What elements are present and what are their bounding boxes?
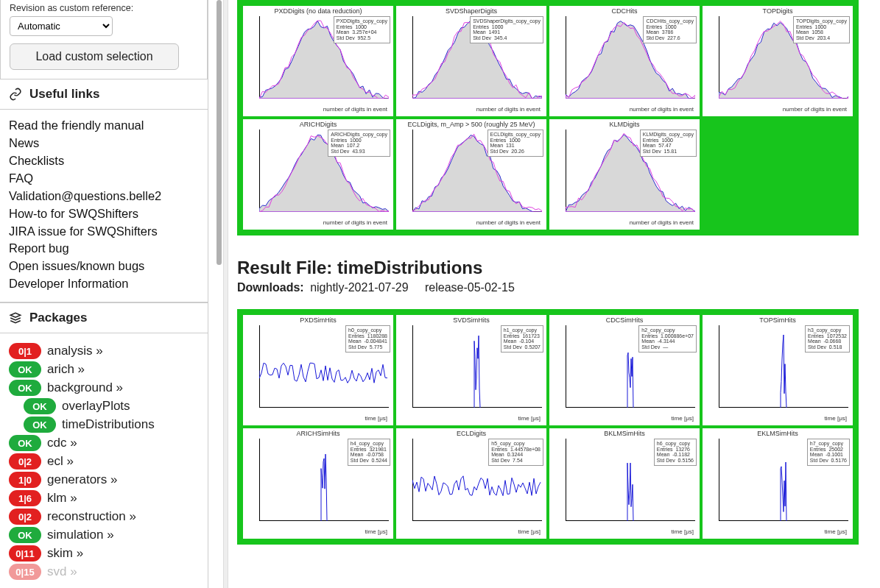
stat-box: h1_copy_copyEntries 161723Mean -0.104Std…: [501, 325, 543, 353]
package-row[interactable]: OKarich »: [9, 361, 199, 378]
x-axis-label: number of digits in event: [783, 106, 847, 113]
result-title: Result File: timeDistributions: [237, 258, 880, 278]
revision-select[interactable]: Automatic: [10, 16, 113, 36]
useful-links-header[interactable]: Useful links: [0, 79, 208, 110]
top-plot-grid: PXDDigits (no data reduction)PXDDigits_c…: [237, 0, 859, 235]
plot-panel[interactable]: CDCSimHitsh2_copy_copyEntries 1.000886e+…: [549, 315, 700, 425]
plot-panel[interactable]: EKLMSimHitsh7_copy_copyEntries 25002Mean…: [703, 428, 853, 539]
package-row[interactable]: OKbackground »: [9, 380, 199, 396]
useful-link[interactable]: News: [9, 135, 199, 152]
packages-title: Packages: [29, 311, 87, 325]
plot-title: CDCHits: [549, 6, 700, 15]
package-row[interactable]: 1|6klm »: [9, 490, 199, 506]
plot-panel[interactable]: TOPSimHitsh3_copy_copyEntries 1072532Mea…: [703, 315, 853, 425]
package-row[interactable]: OKcdc »: [9, 435, 199, 451]
useful-link[interactable]: FAQ: [9, 170, 199, 188]
useful-link[interactable]: How-to for SWQShifters: [9, 205, 199, 223]
sidebar-scrollbar[interactable]: [208, 0, 223, 588]
plot-panel[interactable]: PXDSimHitsh0_copy_copyEntries 1180288Mea…: [243, 315, 393, 425]
plot-panel[interactable]: TOPDigitsTOPDigits_copy_copyEntries 1000…: [703, 6, 853, 116]
package-row[interactable]: 0|2reconstruction »: [9, 509, 199, 525]
useful-link[interactable]: Validation@questions.belle2: [9, 188, 199, 205]
bottom-plot-grid: PXDSimHitsh0_copy_copyEntries 1180288Mea…: [237, 309, 859, 545]
stat-box: PXDDigits_copy_copyEntries 1000Mean 3.25…: [334, 16, 390, 43]
package-label: background »: [47, 380, 123, 395]
plot-panel[interactable]: SVDSimHitsh1_copy_copyEntries 161723Mean…: [396, 315, 546, 425]
stat-box: h6_copy_copyEntries 13276Mean -0.1182Std…: [654, 439, 697, 466]
plot-panel[interactable]: ARICHSimHitsh4_copy_copyEntries 321981Me…: [243, 428, 393, 539]
packages-list: 0|1analysis »OKarich »OKbackground »OKov…: [0, 333, 208, 588]
package-row[interactable]: OKsimulation »: [9, 527, 199, 543]
result-file-header: Result File: timeDistributions Downloads…: [237, 258, 880, 294]
plot-panel[interactable]: ECLDigitsh5_copy_copyEntries 1.44578e+08…: [396, 428, 546, 539]
download-link[interactable]: release-05-02-15: [425, 281, 515, 294]
status-badge: 0|1: [9, 343, 41, 359]
x-axis-label: time [μs]: [518, 528, 541, 535]
status-badge: 1|6: [9, 490, 41, 506]
plot-panel[interactable]: SVDShaperDigitsSVDShaperDigits_copy_copy…: [396, 6, 546, 116]
packages-header[interactable]: Packages: [0, 302, 208, 333]
plot-title: ARICHSimHits: [243, 428, 393, 437]
stat-box: h5_copy_copyEntries 1.44578e+08Mean 0.32…: [488, 439, 543, 466]
x-axis-label: number of digits in event: [630, 219, 694, 226]
stat-box: h2_copy_copyEntries 1.000886e+07Mean -4.…: [638, 325, 697, 353]
package-row[interactable]: OKtimeDistributions: [9, 417, 199, 433]
useful-link[interactable]: Checklists: [9, 152, 199, 170]
x-axis-label: number of digits in event: [630, 106, 694, 113]
plot-title: KLMDigits: [549, 119, 700, 128]
useful-link[interactable]: Read the friendly manual: [9, 117, 199, 135]
plot-panel[interactable]: ARICHDigitsARICHDigits_copy_copyEntries …: [243, 119, 393, 230]
plot-panel[interactable]: KLMDigitsKLMDigits_copy_copyEntries 1000…: [549, 119, 700, 230]
package-row[interactable]: OKoverlayPlots: [9, 398, 199, 414]
x-axis-label: time [μs]: [518, 415, 541, 422]
useful-link[interactable]: Developer Information: [9, 275, 199, 293]
revision-block: Revision as custom reference: Automatic …: [0, 0, 208, 79]
plot-panel[interactable]: BKLMSimHitsh6_copy_copyEntries 13276Mean…: [549, 428, 700, 539]
package-label: timeDistributions: [62, 417, 155, 432]
plot-panel[interactable]: ECLDigits, m_Amp > 500 (roughly 25 MeV)E…: [396, 119, 546, 230]
plot-panel[interactable]: CDCHitsCDCHits_copy_copyEntries 1000Mean…: [549, 6, 700, 116]
package-row[interactable]: 0|15svd »: [9, 564, 199, 580]
useful-link[interactable]: JIRA issue for SWQShifters: [9, 223, 199, 241]
x-axis-label: number of digits in event: [476, 219, 541, 226]
scrollbar-thumb[interactable]: [217, 0, 222, 265]
download-link[interactable]: nightly-2021-07-29: [310, 281, 408, 294]
x-axis-label: time [μs]: [672, 415, 694, 422]
stat-box: ARICHDigits_copy_copyEntries 1000Mean 10…: [328, 130, 390, 157]
load-custom-selection-button[interactable]: Load custom selection: [10, 43, 179, 70]
package-row[interactable]: 0|1analysis »: [9, 343, 199, 359]
splitter[interactable]: [223, 0, 228, 588]
plot-title: CDCSimHits: [549, 315, 700, 324]
package-label: arich »: [47, 362, 85, 377]
package-label: klm »: [47, 491, 77, 506]
useful-link[interactable]: Report bug: [9, 240, 199, 258]
plot-panel[interactable]: PXDDigits (no data reduction)PXDDigits_c…: [243, 6, 393, 116]
package-row[interactable]: 0|11skim »: [9, 545, 199, 562]
status-badge: 0|11: [9, 545, 41, 562]
x-axis-label: number of digits in event: [323, 106, 387, 113]
status-badge: 0|2: [9, 509, 41, 525]
status-badge: OK: [9, 361, 41, 378]
status-badge: OK: [24, 417, 56, 433]
plot-title: SVDShaperDigits: [396, 6, 546, 15]
package-label: skim »: [47, 546, 83, 561]
package-row[interactable]: 1|0generators »: [9, 472, 199, 488]
status-badge: OK: [9, 435, 41, 451]
package-label: analysis »: [47, 344, 103, 358]
package-label: overlayPlots: [62, 399, 130, 414]
sidebar: Revision as custom reference: Automatic …: [0, 0, 208, 588]
revision-label: Revision as custom reference:: [10, 3, 198, 13]
stat-box: h7_copy_copyEntries 25002Mean -0.1001Std…: [807, 439, 850, 466]
plot-title: TOPDigits: [703, 6, 853, 15]
package-label: generators »: [47, 472, 117, 487]
package-label: svd »: [47, 564, 77, 579]
status-badge: 1|0: [9, 472, 41, 488]
useful-link[interactable]: Open issues/known bugs: [9, 258, 199, 275]
stat-box: CDCHits_copy_copyEntries 1000Mean 3786St…: [643, 16, 697, 43]
plot-title: BKLMSimHits: [549, 428, 700, 437]
plot-title: SVDSimHits: [396, 315, 546, 324]
x-axis-label: time [μs]: [365, 528, 387, 535]
package-row[interactable]: 0|2ecl »: [9, 453, 199, 470]
plot-title: ECLDigits, m_Amp > 500 (roughly 25 MeV): [396, 119, 546, 128]
x-axis-label: time [μs]: [825, 415, 847, 422]
